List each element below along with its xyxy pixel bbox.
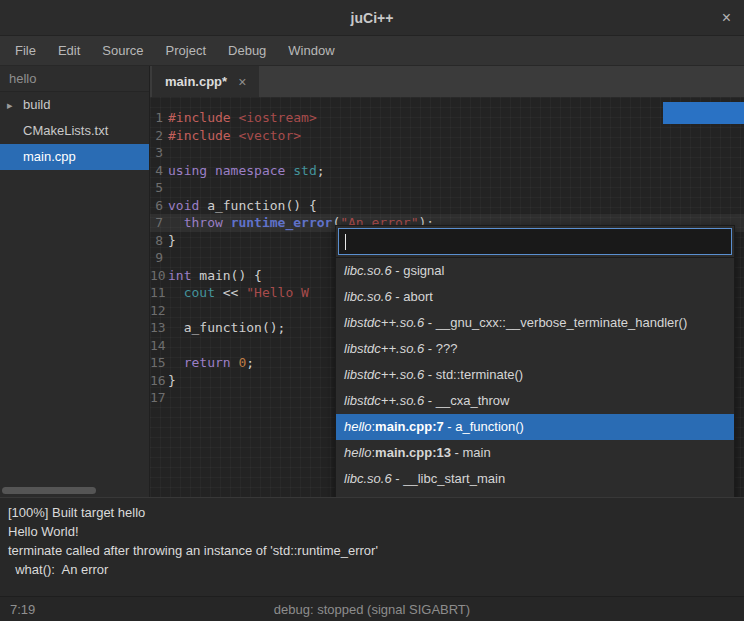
tree-item-label: CMakeLists.txt (23, 123, 108, 138)
menu-item-window[interactable]: Window (277, 36, 345, 65)
backtrace-row-segment: main.cpp:7 (375, 419, 444, 434)
backtrace-row[interactable]: libstdc++.so.6 - ??? (336, 336, 734, 362)
code-token: <vector> (238, 128, 301, 143)
menu-bar: FileEditSourceProjectDebugWindow (0, 36, 744, 66)
tab-main-cpp[interactable]: main.cpp* × (152, 66, 259, 97)
backtrace-row-segment: - abort (392, 289, 433, 304)
line-number: 11 (150, 284, 168, 302)
tree-item-label: build (23, 97, 50, 112)
code-token: << (215, 285, 246, 300)
code-token: } (168, 373, 176, 388)
backtrace-row[interactable]: libc.so.6 - gsignal (336, 258, 734, 284)
code-line-2[interactable]: 2#include <vector> (150, 127, 744, 145)
code-token: "Hello W (246, 285, 309, 300)
backtrace-row-segment: hello (344, 419, 371, 434)
code-token: using namespace (168, 163, 285, 178)
code-line-1[interactable]: 1#include <iostream> (150, 109, 744, 127)
code-text: #include <vector> (168, 127, 301, 145)
app-window: juCi++ × FileEditSourceProjectDebugWindo… (0, 0, 744, 621)
backtrace-row-segment: - main (451, 445, 491, 460)
terminal-line: terminate called after throwing an insta… (8, 541, 736, 560)
code-line-3[interactable]: 3 (150, 144, 744, 162)
code-token (168, 355, 184, 370)
terminal-line: Hello World! (8, 522, 736, 541)
backtrace-row-segment: - __gnu_cxx::__verbose_terminate_handler… (424, 315, 687, 330)
window-close-icon[interactable]: × (722, 0, 731, 36)
code-text: return 0; (168, 354, 254, 372)
code-token: int (168, 268, 191, 283)
line-number: 6 (150, 197, 168, 215)
popup-search-input[interactable] (338, 228, 732, 255)
backtrace-row-segment: - gsignal (392, 263, 445, 278)
backtrace-row-segment: libstdc++.so.6 (344, 367, 424, 382)
backtrace-row[interactable]: hello:main.cpp:7 - a_function() (336, 414, 734, 440)
line-number: 1 (150, 109, 168, 127)
line-number: 16 (150, 372, 168, 390)
code-text: cout << "Hello W (168, 284, 309, 302)
backtrace-popup: libc.so.6 - gsignallibc.so.6 - abortlibs… (335, 225, 735, 519)
backtrace-row-segment: - __cxa_throw (424, 393, 509, 408)
code-token: #include (168, 110, 231, 125)
code-token: a_function(); (168, 320, 285, 335)
backtrace-row-segment: libc.so.6 (344, 263, 392, 278)
code-token (168, 285, 184, 300)
project-header: hello (0, 66, 149, 92)
tree-item-cmakelists-txt[interactable]: CMakeLists.txt (0, 118, 149, 144)
line-number: 13 (150, 319, 168, 337)
menu-item-debug[interactable]: Debug (217, 36, 277, 65)
tree-item-main-cpp[interactable]: main.cpp (0, 144, 149, 170)
code-text: } (168, 232, 176, 250)
expander-icon[interactable]: ▸ (7, 92, 13, 118)
code-token: a_function() { (199, 198, 316, 213)
menu-item-source[interactable]: Source (91, 36, 154, 65)
tree-item-build[interactable]: ▸build (0, 92, 149, 118)
backtrace-row[interactable]: libstdc++.so.6 - __cxa_throw (336, 388, 734, 414)
menu-item-edit[interactable]: Edit (47, 36, 91, 65)
backtrace-row[interactable]: libstdc++.so.6 - __gnu_cxx::__verbose_te… (336, 310, 734, 336)
menu-item-project[interactable]: Project (155, 36, 217, 65)
backtrace-row-segment: - std::terminate() (424, 367, 523, 382)
backtrace-row[interactable]: hello:main.cpp:13 - main (336, 440, 734, 466)
sidebar-horizontal-scrollbar[interactable] (2, 487, 96, 494)
code-text: #include <iostream> (168, 109, 317, 127)
backtrace-row-segment: libstdc++.so.6 (344, 393, 424, 408)
code-text: } (168, 372, 176, 390)
backtrace-row-segment: libstdc++.so.6 (344, 315, 424, 330)
text-caret (345, 234, 346, 250)
code-line-5[interactable]: 5 (150, 179, 744, 197)
code-text: int main() { (168, 267, 262, 285)
backtrace-list: libc.so.6 - gsignallibc.so.6 - abortlibs… (336, 257, 734, 518)
code-token: std (293, 163, 316, 178)
code-line-4[interactable]: 4using namespace std; (150, 162, 744, 180)
title-bar: juCi++ × (0, 0, 744, 36)
code-token: runtime_error (231, 215, 333, 230)
code-token: } (168, 233, 176, 248)
code-token (168, 215, 184, 230)
code-token: ; (246, 355, 254, 370)
line-number: 3 (150, 144, 168, 162)
editor-scrollbar-thumb[interactable] (663, 102, 744, 124)
backtrace-row[interactable]: libstdc++.so.6 - std::terminate() (336, 362, 734, 388)
line-number: 14 (150, 337, 168, 355)
code-token: return (184, 355, 231, 370)
tab-close-icon[interactable]: × (238, 74, 246, 90)
line-number: 4 (150, 162, 168, 180)
backtrace-row-segment: - a_function() (444, 419, 524, 434)
tree-item-label: main.cpp (23, 149, 76, 164)
terminal-output[interactable]: [100%] Built target helloHello World!ter… (0, 497, 744, 596)
terminal-line: [100%] Built target hello (8, 503, 736, 522)
backtrace-row-segment: - ??? (424, 341, 457, 356)
backtrace-row-segment: libstdc++.so.6 (344, 341, 424, 356)
code-line-6[interactable]: 6void a_function() { (150, 197, 744, 215)
menu-item-file[interactable]: File (4, 36, 47, 65)
backtrace-row[interactable]: libc.so.6 - __libc_start_main (336, 466, 734, 492)
terminal-line: what(): An error (8, 560, 736, 579)
line-number: 9 (150, 249, 168, 267)
code-token: main() { (191, 268, 261, 283)
code-text: void a_function() { (168, 197, 317, 215)
window-title: juCi++ (0, 0, 744, 36)
backtrace-row[interactable]: libc.so.6 - abort (336, 284, 734, 310)
code-token: void (168, 198, 199, 213)
code-token: ; (317, 163, 325, 178)
code-token: cout (184, 285, 215, 300)
